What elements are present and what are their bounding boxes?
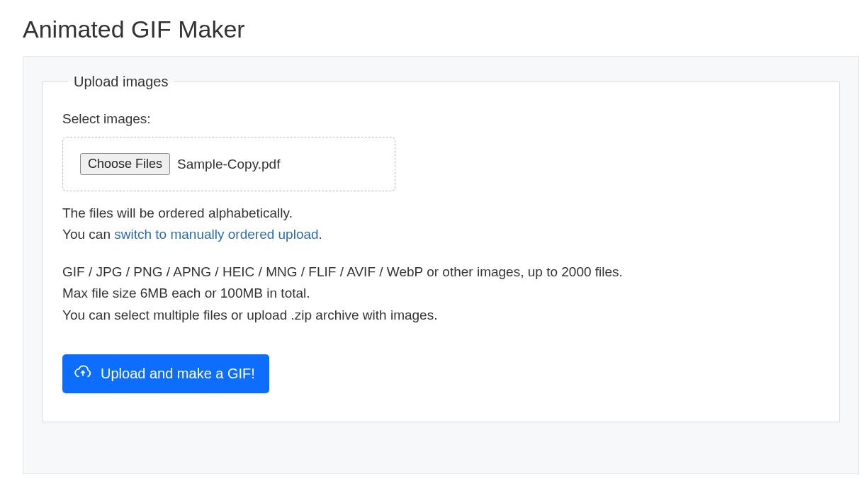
selected-filename: Sample-Copy.pdf — [177, 157, 280, 172]
fieldset-legend: Upload images — [68, 74, 174, 90]
info-multi: You can select multiple files or upload … — [62, 305, 819, 326]
info-switch-line: You can switch to manually ordered uploa… — [62, 224, 819, 245]
info-ordered: The files will be ordered alphabetically… — [62, 203, 819, 224]
info-switch-prefix: You can — [62, 227, 114, 242]
upload-button-label: Upload and make a GIF! — [101, 366, 255, 382]
info-size: Max file size 6MB each or 100MB in total… — [62, 283, 819, 304]
file-dropzone[interactable]: Choose Files Sample-Copy.pdf — [62, 137, 395, 191]
info-block: GIF / JPG / PNG / APNG / HEIC / MNG / FL… — [62, 261, 819, 326]
upload-make-gif-button[interactable]: Upload and make a GIF! — [62, 354, 269, 393]
switch-manual-upload-link[interactable]: switch to manually ordered upload — [114, 227, 318, 242]
cloud-upload-icon — [74, 363, 92, 385]
choose-files-button[interactable]: Choose Files — [80, 153, 170, 175]
info-formats: GIF / JPG / PNG / APNG / HEIC / MNG / FL… — [62, 261, 819, 283]
info-switch-suffix: . — [319, 227, 322, 242]
page-title: Animated GIF Maker — [23, 16, 868, 43]
upload-fieldset: Upload images Select images: Choose File… — [42, 74, 840, 422]
upload-panel: Upload images Select images: Choose File… — [23, 56, 859, 474]
select-images-label: Select images: — [62, 111, 819, 127]
